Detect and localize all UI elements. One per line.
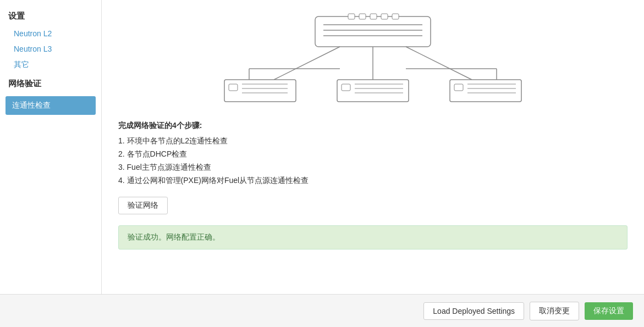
svg-line-11 bbox=[406, 47, 472, 80]
steps-list: 1. 环境中各节点的L2连通性检查 2. 各节点DHCP检查 3. Fuel主节… bbox=[118, 136, 628, 186]
sidebar: 设置 Neutron L2 Neutron L3 其它 网络验证 连通性检查 bbox=[0, 0, 102, 294]
switch-icon bbox=[315, 14, 431, 47]
server3-icon bbox=[450, 80, 521, 102]
sidebar-item-other[interactable]: 其它 bbox=[0, 57, 101, 73]
sidebar-item-neutron-l2[interactable]: Neutron L2 bbox=[0, 26, 101, 41]
verify-network-button[interactable]: 验证网络 bbox=[118, 197, 168, 214]
svg-rect-22 bbox=[342, 84, 350, 91]
connectivity-check-button[interactable]: 连通性检查 bbox=[5, 96, 96, 115]
network-diagram bbox=[102, 0, 644, 113]
content-area: 完成网络验证的4个步骤: 1. 环境中各节点的L2连通性检查 2. 各节点DHC… bbox=[102, 113, 644, 294]
sidebar-section-network-verify: 网络验证 bbox=[0, 73, 101, 93]
step-4: 4. 通过公网和管理(PXE)网络对Fuel从节点源连通性检查 bbox=[118, 176, 628, 186]
server1-icon bbox=[224, 80, 296, 102]
save-settings-button[interactable]: 保存设置 bbox=[585, 302, 633, 320]
load-deployed-settings-button[interactable]: Load Deployed Settings bbox=[423, 302, 524, 320]
svg-rect-17 bbox=[229, 84, 238, 91]
sidebar-item-neutron-l3[interactable]: Neutron L3 bbox=[0, 41, 101, 57]
cancel-changes-button[interactable]: 取消变更 bbox=[530, 302, 579, 320]
step-3: 3. Fuel主节点源连通性检查 bbox=[118, 163, 628, 173]
svg-rect-6 bbox=[370, 14, 377, 19]
step-1: 1. 环境中各节点的L2连通性检查 bbox=[118, 136, 628, 146]
main-panel: 完成网络验证的4个步骤: 1. 环境中各节点的L2连通性检查 2. 各节点DHC… bbox=[102, 0, 644, 294]
sidebar-section-settings: 设置 bbox=[0, 8, 101, 26]
svg-rect-7 bbox=[381, 14, 388, 19]
footer-bar: Load Deployed Settings 取消变更 保存设置 bbox=[0, 294, 644, 327]
svg-rect-27 bbox=[454, 84, 463, 91]
svg-rect-8 bbox=[392, 14, 399, 19]
svg-rect-5 bbox=[359, 14, 366, 19]
svg-line-9 bbox=[274, 47, 340, 80]
success-message: 验证成功。网络配置正确。 bbox=[128, 232, 220, 241]
svg-rect-0 bbox=[315, 16, 431, 47]
success-banner: 验证成功。网络配置正确。 bbox=[118, 225, 628, 250]
svg-rect-4 bbox=[348, 14, 355, 19]
steps-title: 完成网络验证的4个步骤: bbox=[118, 121, 628, 131]
server2-icon bbox=[337, 80, 409, 102]
step-2: 2. 各节点DHCP检查 bbox=[118, 149, 628, 159]
network-topology-svg bbox=[208, 11, 538, 107]
